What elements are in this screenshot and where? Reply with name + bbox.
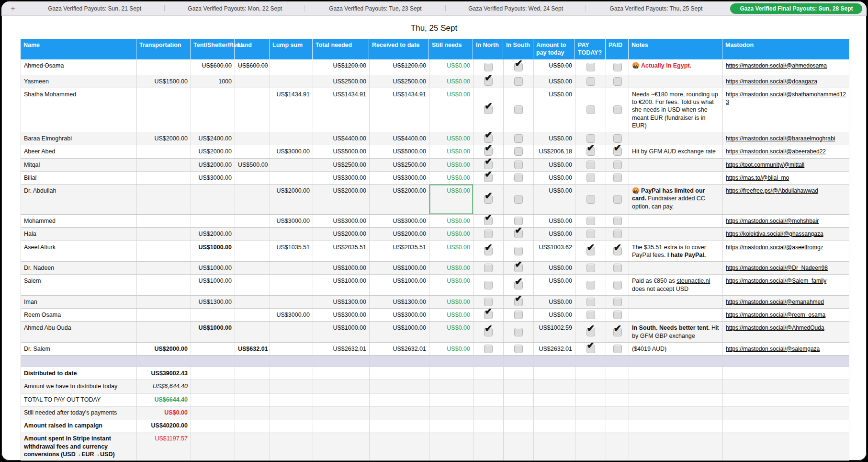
cell-pay_today[interactable] <box>575 309 606 321</box>
cell-name[interactable]: Hala <box>21 228 137 240</box>
in-north-checkbox[interactable]: ✔ <box>484 77 493 86</box>
mastodon-link[interactable]: https://mastodon.social/@emanahmed <box>726 298 824 306</box>
empty-cell[interactable] <box>473 406 504 419</box>
paid-checkbox[interactable]: ✔ <box>613 328 622 336</box>
cell-received[interactable]: US$3000.00 <box>370 215 429 227</box>
cell-tent[interactable] <box>191 88 235 132</box>
cell-tent[interactable]: US$1000.00 <box>191 322 235 342</box>
cell-land[interactable] <box>235 185 270 214</box>
cell-received[interactable]: US$1434.91 <box>370 88 429 132</box>
cell-pay_today[interactable] <box>575 185 606 214</box>
cell-received[interactable]: US$2500.00 <box>370 159 429 171</box>
cell-transportation[interactable] <box>137 228 191 240</box>
cell-pay_today[interactable] <box>575 59 606 75</box>
mastodon-link[interactable]: https://toot.community/@mittall <box>726 161 804 169</box>
add-sheet-button[interactable]: + <box>1 1 24 15</box>
empty-cell[interactable] <box>235 419 270 432</box>
cell-tent[interactable]: US$2000.00 <box>191 145 235 158</box>
cell-in_north[interactable]: ✔ <box>473 322 504 342</box>
cell-total[interactable]: US$2000.00 <box>313 185 370 214</box>
empty-cell[interactable] <box>313 380 370 393</box>
cell-in_south[interactable] <box>504 132 534 145</box>
empty-cell[interactable] <box>575 432 606 461</box>
cell-in_south[interactable] <box>504 241 534 262</box>
empty-cell[interactable] <box>473 432 504 461</box>
cell-notes[interactable] <box>629 132 723 145</box>
cell-received[interactable]: US$2632.01 <box>370 343 429 355</box>
cell-name[interactable]: Salem <box>21 275 137 295</box>
cell-total[interactable]: US$2632.01 <box>313 343 370 355</box>
cell-paid[interactable]: ✔ <box>606 322 629 342</box>
sheet-tab[interactable]: Gaza Verified Payouts: Mon, 22 Sept <box>165 1 305 15</box>
cell-received[interactable]: US$1200.00 <box>370 59 429 75</box>
cell-in_south[interactable]: ✔ <box>504 275 534 295</box>
in-north-checkbox[interactable] <box>484 230 493 238</box>
cell-mastodon[interactable]: https://mastodon.social/@AhmedOuda <box>723 322 849 342</box>
cell-pay_today[interactable] <box>575 228 606 240</box>
cell-paid[interactable] <box>606 343 629 355</box>
paid-checkbox[interactable] <box>613 105 622 114</box>
in-south-checkbox[interactable]: ✔ <box>514 298 523 306</box>
paid-checkbox[interactable] <box>613 217 622 225</box>
cell-notes[interactable]: 🤬 PayPal has limited our card. Fundraise… <box>629 185 723 214</box>
cell-name[interactable]: Dr. Nadeen <box>21 262 137 274</box>
cell-pay_today[interactable] <box>575 275 606 295</box>
cell-in_south[interactable]: ✔ <box>504 228 534 240</box>
cell-received[interactable]: US$1300.00 <box>370 296 429 308</box>
cell-mastodon[interactable]: https://mastodon.social/@reem_osama <box>723 309 849 321</box>
cell-tent[interactable]: US$1300.00 <box>191 296 235 308</box>
cell-transportation[interactable] <box>137 241 191 262</box>
separator-cell[interactable] <box>21 356 137 367</box>
summary-value[interactable]: US$6644.40 <box>137 393 191 406</box>
summary-label[interactable]: TOTAL TO PAY OUT TODAY <box>21 393 137 406</box>
cell-total[interactable]: US$1300.00 <box>313 296 370 308</box>
in-north-checkbox[interactable]: ✔ <box>484 105 493 114</box>
cell-total[interactable]: US$4400.00 <box>313 132 370 145</box>
mastodon-link[interactable]: https://mastodon.social/@baraaelmoghrabi <box>726 135 835 142</box>
cell-in_north[interactable]: ✔ <box>473 132 504 145</box>
in-south-checkbox[interactable]: ✔ <box>514 264 523 272</box>
cell-in_south[interactable] <box>504 215 534 227</box>
separator-cell[interactable] <box>313 356 370 367</box>
cell-lump[interactable] <box>270 296 313 308</box>
cell-paid[interactable] <box>606 59 629 75</box>
empty-cell[interactable] <box>313 393 370 406</box>
in-north-checkbox[interactable] <box>484 345 493 353</box>
empty-cell[interactable] <box>504 380 534 393</box>
cell-notes[interactable] <box>629 75 723 88</box>
empty-cell[interactable] <box>575 419 606 432</box>
cell-amount[interactable]: US$1003.62 <box>534 241 575 262</box>
empty-cell[interactable] <box>534 380 575 393</box>
empty-cell[interactable] <box>504 393 534 406</box>
cell-amount[interactable]: US$0.00 <box>534 172 575 184</box>
cell-paid[interactable] <box>606 215 629 227</box>
cell-tent[interactable] <box>191 309 235 321</box>
empty-cell[interactable] <box>270 406 313 419</box>
cell-transportation[interactable] <box>137 88 191 132</box>
in-north-checkbox[interactable]: ✔ <box>484 195 493 204</box>
empty-cell[interactable] <box>270 380 313 393</box>
pay-today-checkbox[interactable] <box>586 298 595 306</box>
cell-total[interactable]: US$3000.00 <box>313 172 370 184</box>
cell-in_north[interactable] <box>473 343 504 355</box>
separator-cell[interactable] <box>723 356 849 367</box>
sheet-tab[interactable]: Gaza Verified Payouts: Wed, 24 Sept <box>446 1 586 15</box>
paid-checkbox[interactable] <box>613 264 622 272</box>
cell-transportation[interactable] <box>137 145 191 158</box>
mastodon-link[interactable]: https://kolektiva.social/@ghassangaza <box>726 230 823 238</box>
mastodon-link[interactable]: https://mastodon.social/@reem_osama <box>726 311 825 319</box>
cell-in_south[interactable] <box>504 75 534 88</box>
pay-today-checkbox[interactable] <box>586 105 595 114</box>
separator-cell[interactable] <box>370 356 429 367</box>
empty-cell[interactable] <box>473 380 504 393</box>
empty-cell[interactable] <box>429 380 473 393</box>
sheet-tab[interactable]: Gaza Verified Payouts: Tue, 23 Sept <box>305 1 445 15</box>
cell-in_south[interactable] <box>504 88 534 132</box>
cell-notes[interactable]: Needs ~€180 more, rounding up to €200. F… <box>629 88 723 132</box>
empty-cell[interactable] <box>534 419 575 432</box>
cell-paid[interactable] <box>606 159 629 171</box>
column-header-tent[interactable]: Tent/Shelter/Rent <box>191 39 235 59</box>
cell-transportation[interactable]: US$2000.00 <box>137 132 191 145</box>
cell-mastodon[interactable]: https://mastodon.social/@Dr_Nadeen98 <box>723 262 849 274</box>
empty-cell[interactable] <box>723 380 849 393</box>
